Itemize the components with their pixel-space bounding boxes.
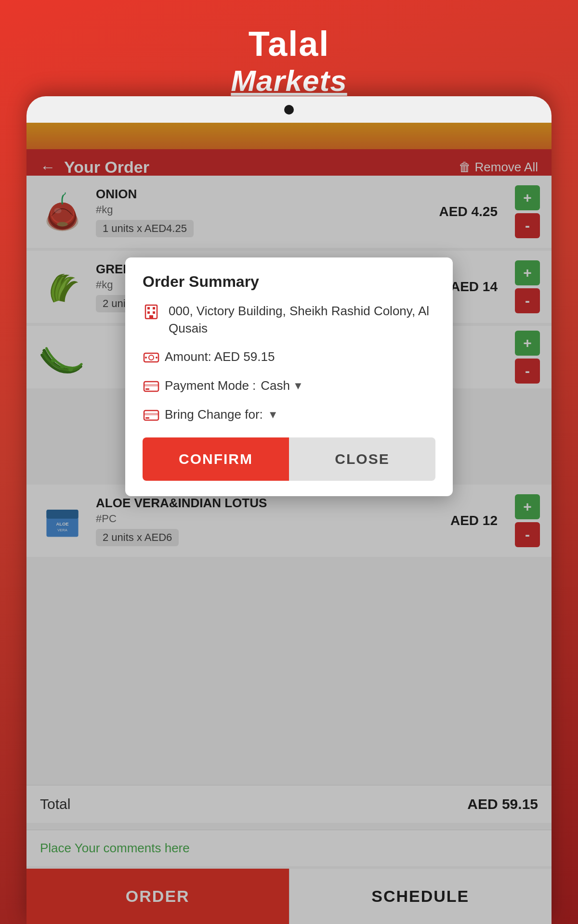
modal-title: Order Summary	[143, 273, 435, 291]
modal-change-row: Bring Change for: ▼	[143, 406, 435, 424]
camera-dot	[284, 105, 294, 115]
modal-payment-label: Payment Mode :	[165, 378, 256, 393]
svg-rect-29	[144, 413, 158, 415]
change-select[interactable]: ▼	[268, 409, 278, 421]
payment-mode-value: Cash	[261, 378, 290, 393]
modal-change-label: Bring Change for:	[165, 407, 263, 422]
modal-buttons: CONFIRM CLOSE	[143, 437, 435, 481]
svg-rect-16	[147, 307, 150, 309]
modal-address-text: 000, Victory Building, Sheikh Rashid Col…	[169, 302, 435, 337]
svg-rect-20	[149, 315, 153, 319]
svg-rect-26	[144, 384, 158, 386]
money-icon	[143, 349, 160, 366]
svg-point-24	[156, 357, 158, 359]
building-icon	[143, 303, 160, 321]
app-subtitle: Markets	[0, 64, 578, 98]
app-title: Talal	[0, 24, 578, 64]
app-content: ← Your Order 🗑 Remove All	[26, 123, 552, 924]
svg-point-22	[149, 355, 154, 360]
modal-payment-row: Payment Mode : Cash ▼	[143, 377, 435, 395]
card2-icon	[143, 407, 160, 424]
svg-rect-19	[153, 311, 155, 314]
dropdown-arrow2-icon: ▼	[268, 409, 278, 421]
svg-rect-17	[153, 307, 155, 309]
app-background: Talal Markets ← Your Order 🗑 Remove All	[0, 0, 578, 112]
device-frame: ← Your Order 🗑 Remove All	[26, 96, 552, 924]
svg-rect-18	[147, 311, 150, 314]
confirm-button[interactable]: CONFIRM	[143, 437, 289, 481]
modal-amount-text: Amount: AED 59.15	[165, 349, 275, 364]
order-summary-modal: Order Summary	[125, 257, 453, 496]
svg-rect-30	[145, 417, 149, 419]
card-icon	[143, 378, 160, 395]
modal-amount-row: Amount: AED 59.15	[143, 348, 435, 366]
dropdown-arrow-icon: ▼	[293, 380, 303, 392]
svg-rect-27	[145, 388, 149, 390]
modal-address-row: 000, Victory Building, Sheikh Rashid Col…	[143, 302, 435, 337]
svg-point-23	[145, 357, 147, 359]
close-button[interactable]: CLOSE	[289, 437, 435, 481]
payment-mode-select[interactable]: Cash ▼	[261, 378, 303, 393]
modal-overlay: Order Summary	[26, 123, 552, 924]
